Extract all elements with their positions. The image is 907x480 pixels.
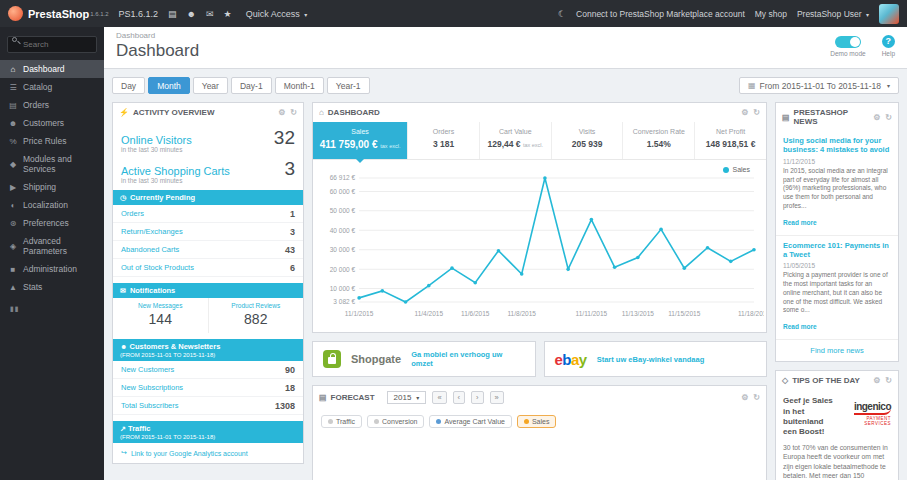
search-input[interactable] [7,36,97,53]
total-subscribers-row[interactable]: Total Subscribers 1308 [113,397,303,415]
customers-icon: ☻ [8,119,18,128]
article-title-link[interactable]: Using social media for your business: 4 … [783,136,891,155]
marketplace-link[interactable]: Connect to PrestaShop Marketplace accoun… [576,9,745,19]
toggle-traffic[interactable]: Traffic [321,415,362,428]
sidebar-item-dashboard[interactable]: ⌂ Dashboard [0,60,104,78]
customers-icon[interactable]: ☻ [187,9,196,19]
sidebar-item-shipping[interactable]: ▶ Shipping [0,178,104,196]
previous-page-button[interactable]: ‹ [453,391,466,404]
news-article: Ecommerce 101: Payments in a Tweet 11/05… [776,236,898,341]
orders-cart-icon[interactable]: ▤ [168,9,177,19]
sidebar-item-advanced-parameters[interactable]: ◈ Advanced Parameters [0,232,104,260]
topbar-right: ☾ Connect to PrestaShop Marketplace acco… [548,4,899,24]
sidebar-item-price-rules[interactable]: % Price Rules [0,132,104,150]
quick-access-menu[interactable]: Quick Access ▾ [246,9,308,19]
product-reviews-stat[interactable]: Product Reviews 882 [208,298,304,333]
sidebar-item-catalog[interactable]: ☰ Catalog [0,78,104,96]
user-menu-label: PrestaShop User [797,9,862,19]
new-messages-stat[interactable]: New Messages 144 [113,298,208,333]
toggle-average-cart-value[interactable]: Average Cart Value [429,415,511,428]
sidebar-item-administration[interactable]: ■ Administration [0,260,104,278]
gift-icon[interactable]: ★ [224,9,232,19]
sidebar-item-modules[interactable]: ◆ Modules and Services [0,150,104,178]
refresh-icon[interactable]: ↻ [885,113,892,122]
kpi-visits[interactable]: Visits 205 939 [552,122,624,159]
messages-icon[interactable]: ✉ [206,9,214,19]
demo-mode-toggle[interactable] [835,36,861,48]
range-year-1-button[interactable]: Year-1 [327,77,370,94]
kpi-orders[interactable]: Orders 3 181 [408,122,480,159]
prestashop-news-panel: ▤ PRESTASHOP NEWS ⚙ ↻ Using social media… [775,102,899,362]
refresh-icon[interactable]: ↻ [753,108,760,117]
sidebar-item-orders[interactable]: ▤ Orders [0,96,104,114]
ebay-ad-link[interactable]: Start uw eBay-winkel vandaag [597,355,705,364]
clock-icon: ◷ [120,194,126,202]
ebay-ad[interactable]: ebay Start uw eBay-winkel vandaag [544,341,768,377]
calendar-icon: ▦ [748,81,756,90]
article-title-link[interactable]: Ecommerce 101: Payments in a Tweet [783,241,891,260]
find-more-news-link[interactable]: Find more news [776,340,898,361]
online-visitors-label: Online Visitors [121,134,192,146]
gear-icon[interactable]: ⚙ [278,108,285,117]
article-excerpt: In 2015, social media are an integral pa… [783,167,891,211]
forecast-year-select[interactable]: 2015 ▾ [387,391,427,404]
range-month-1-button[interactable]: Month-1 [275,77,324,94]
read-more-link[interactable]: Read more [783,219,817,226]
pending-row-out-of-stock[interactable]: Out of Stock Products 6 [113,259,303,277]
google-analytics-link[interactable]: ↪ Link to your Google Analytics account [113,443,303,463]
sidebar-item-label: Administration [23,264,77,274]
collapse-menu-button[interactable]: ▮▮ [0,296,104,322]
my-shop-link[interactable]: My shop [755,9,787,19]
sidebar-item-stats[interactable]: ▲ Stats [0,278,104,296]
sidebar-item-customers[interactable]: ☻ Customers [0,114,104,132]
sidebar-item-localization[interactable]: ◐ Localization [0,196,104,214]
gear-icon[interactable]: ⚙ [741,393,748,402]
pending-row-orders[interactable]: Orders 1 [113,205,303,223]
next-page-button[interactable]: › [471,391,484,404]
kpi-conversion-rate[interactable]: Conversion Rate 1.54% [623,122,695,159]
chart-legend[interactable]: Sales [723,166,750,173]
advanced-parameters-icon: ◈ [8,242,18,251]
date-range-picker[interactable]: ▦ From 2015-11-01 To 2015-11-18 ▾ [739,77,899,94]
last-page-button[interactable]: » [490,391,504,404]
user-avatar[interactable] [879,4,899,24]
refresh-icon[interactable]: ↻ [753,393,760,402]
panel-title: DASHBOARD [328,108,380,117]
shopgate-ad-link[interactable]: Ga mobiel en verhoog uw omzet [411,350,524,368]
shopgate-ad[interactable]: Shopgate Ga mobiel en verhoog uw omzet [312,341,536,377]
gear-icon[interactable]: ⚙ [873,376,880,385]
ebay-logo-text: ebay [555,351,587,368]
range-year-button[interactable]: Year [193,77,228,94]
pending-row-returns[interactable]: Return/Exchanges 3 [113,223,303,241]
sidebar-item-preferences[interactable]: ⊛ Preferences [0,214,104,232]
traffic-icon: ↗ [120,425,126,432]
gear-icon[interactable]: ⚙ [873,113,880,122]
active-carts-sub: in the last 30 minutes [121,177,295,184]
forecast-icon: ▤ [319,393,327,402]
read-more-link[interactable]: Read more [783,323,817,330]
article-date: 11/05/2015 [783,262,891,269]
pending-row-abandoned-carts[interactable]: Abandoned Carts 43 [113,241,303,259]
range-day-button[interactable]: Day [112,77,145,94]
kpi-cart-value[interactable]: Cart Value 129,44 € tax excl. [480,122,552,159]
first-page-button[interactable]: « [432,391,446,404]
toggle-sales[interactable]: Sales [517,415,557,428]
new-subscriptions-row[interactable]: New Subscriptions 18 [113,379,303,397]
shop-name-link[interactable]: PS1.6.1.2 [119,9,159,19]
refresh-icon[interactable]: ↻ [290,108,297,117]
range-month-button[interactable]: Month [148,77,190,94]
kpi-sales[interactable]: Sales 411 759,00 € tax excl. [313,122,408,159]
new-customers-row[interactable]: New Customers 90 [113,361,303,379]
dashboard-panel: ⌂ DASHBOARD ⚙ ↻ Sales 411 759,00 € tax e… [312,102,767,333]
currently-pending-header: ◷ Currently Pending [113,190,303,205]
help-icon[interactable]: ? [882,35,895,48]
toggle-conversion[interactable]: Conversion [367,415,424,428]
user-menu[interactable]: PrestaShop User ▾ [797,9,869,19]
gear-icon[interactable]: ⚙ [741,108,748,117]
sidebar-item-label: Price Rules [23,136,66,146]
panel-title: TIPS OF THE DAY [792,376,860,385]
range-day-1-button[interactable]: Day-1 [231,77,272,94]
kpi-net-profit[interactable]: Net Profit 148 918,51 € [695,122,766,159]
orders-icon: ▤ [8,101,18,110]
refresh-icon[interactable]: ↻ [885,376,892,385]
